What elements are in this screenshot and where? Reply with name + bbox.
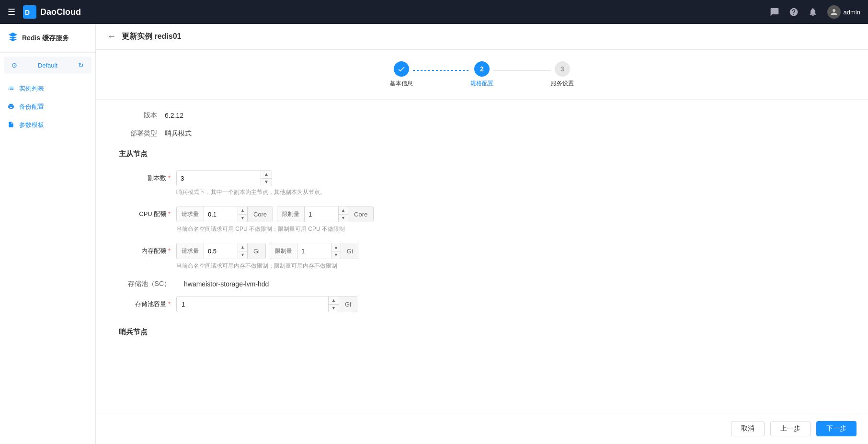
memory-request-increment[interactable]: ▲	[238, 243, 247, 251]
memory-label: 内存配额	[119, 243, 176, 255]
cpu-request-decrement[interactable]: ▼	[238, 215, 247, 222]
cpu-field: 请求量 ▲ ▼ Core 限制量	[176, 206, 845, 233]
storage-decrement[interactable]: ▼	[329, 305, 339, 312]
memory-limit-input[interactable]	[297, 243, 331, 259]
cpu-row: CPU 配额 请求量 ▲ ▼ Core	[119, 206, 845, 233]
cpu-limit-unit: Core	[348, 206, 373, 222]
cpu-request-unit: Core	[247, 206, 273, 222]
replicas-field: ▲ ▼ 哨兵模式下，其中一个副本为主节点，其他副本为从节点。	[176, 170, 845, 196]
step1-label: 基本信息	[390, 80, 413, 88]
replicas-label: 副本数	[119, 170, 176, 182]
prev-button[interactable]: 上一步	[770, 421, 811, 436]
chat-icon[interactable]	[770, 7, 779, 17]
step-service-settings: 3 服务设置	[551, 61, 574, 88]
cpu-label: CPU 配额	[119, 206, 176, 218]
step-basic-info: 基本信息	[390, 61, 413, 88]
sidebar-header: Redis 缓存服务	[0, 24, 95, 53]
sentinel-section-title: 哨兵节点	[119, 328, 845, 341]
redis-icon	[8, 32, 18, 45]
storage-capacity-label: 存储池容量	[119, 296, 176, 308]
memory-request-decrement[interactable]: ▼	[238, 251, 247, 259]
storage-increment[interactable]: ▲	[329, 296, 339, 305]
memory-request-spinner: ▲ ▼	[238, 243, 247, 259]
refresh-icon[interactable]: ↻	[78, 61, 84, 69]
form-content: 版本 6.2.12 部署类型 哨兵模式 主从节点 副本数 ▲ ▼	[96, 100, 868, 438]
logo: D DaoCloud	[23, 5, 81, 19]
back-button[interactable]: ←	[107, 32, 116, 42]
step-connector-2	[493, 70, 551, 71]
main-content: ← 更新实例 redis01 基本信息 2	[96, 24, 868, 444]
memory-request-unit: Gi	[247, 243, 265, 259]
backup-icon	[8, 103, 14, 111]
param-template-label: 参数模板	[19, 121, 44, 129]
memory-inputs-row: 请求量 ▲ ▼ Gi 限制量	[176, 243, 845, 259]
cpu-request-increment[interactable]: ▲	[238, 206, 247, 215]
step2-label: 规格配置	[470, 80, 493, 88]
step1-circle	[394, 61, 409, 77]
storage-capacity-wrap: ▲ ▼ Gi	[176, 296, 845, 312]
storage-sc-label: 存储池（SC）	[119, 280, 176, 288]
cancel-button[interactable]: 取消	[731, 421, 765, 436]
daocloud-logo-icon: D	[23, 5, 36, 19]
namespace-selector[interactable]: ⊙ Default ↻	[4, 57, 91, 74]
storage-capacity-row: 存储池容量 ▲ ▼ Gi	[119, 296, 845, 312]
namespace-name: Default	[38, 62, 57, 69]
page-title: 更新实例 redis01	[122, 32, 181, 42]
step3-circle: 3	[555, 61, 570, 77]
memory-request-input[interactable]	[204, 243, 238, 259]
next-button[interactable]: 下一步	[816, 421, 857, 436]
step2-circle: 2	[474, 61, 490, 77]
memory-limit-increment[interactable]: ▲	[331, 243, 341, 251]
storage-sc-row: 存储池（SC） hwameistor-storage-lvm-hdd	[119, 280, 845, 288]
layout: Redis 缓存服务 ⊙ Default ↻ 实例列表	[0, 24, 868, 444]
sidebar: Redis 缓存服务 ⊙ Default ↻ 实例列表	[0, 24, 96, 444]
replicas-decrement[interactable]: ▼	[261, 179, 272, 186]
cpu-limit-input[interactable]	[305, 206, 338, 222]
sidebar-item-param-template[interactable]: 参数模板	[0, 116, 95, 134]
replicas-input-wrap: ▲ ▼	[176, 170, 272, 186]
help-icon[interactable]	[789, 7, 799, 17]
namespace-icon: ⊙	[11, 61, 17, 69]
master-slave-section-title: 主从节点	[119, 149, 845, 162]
version-label: 版本	[119, 111, 157, 120]
user-menu[interactable]: admin	[827, 5, 860, 19]
version-row: 版本 6.2.12	[119, 111, 845, 120]
memory-hint: 当前命名空间请求可用内存不做限制；限制量可用内存不做限制	[176, 262, 845, 270]
cpu-inputs-row: 请求量 ▲ ▼ Core 限制量	[176, 206, 845, 222]
memory-limit-group: 限制量 ▲ ▼ Gi	[270, 243, 359, 259]
deploy-type-value: 哨兵模式	[165, 129, 192, 138]
backup-config-label: 备份配置	[19, 102, 44, 111]
top-nav: ☰ D DaoCloud admin	[0, 0, 868, 24]
memory-limit-decrement[interactable]: ▼	[331, 251, 341, 259]
storage-spinner: ▲ ▼	[328, 296, 339, 312]
storage-sc-value: hwameistor-storage-lvm-hdd	[184, 280, 269, 288]
cpu-request-input[interactable]	[204, 206, 238, 222]
storage-capacity-input[interactable]	[177, 296, 328, 312]
step-spec-config: 2 规格配置	[470, 61, 493, 88]
memory-limit-label: 限制量	[270, 243, 297, 259]
cpu-limit-decrement[interactable]: ▼	[339, 215, 348, 222]
menu-icon[interactable]: ☰	[8, 7, 15, 17]
memory-request-group: 请求量 ▲ ▼ Gi	[176, 243, 266, 259]
replicas-hint: 哨兵模式下，其中一个副本为主节点，其他副本为从节点。	[176, 188, 845, 196]
admin-label: admin	[844, 9, 860, 16]
storage-unit: Gi	[339, 296, 357, 312]
brand-name: DaoCloud	[40, 7, 81, 17]
replicas-increment[interactable]: ▲	[261, 171, 272, 179]
replicas-input[interactable]	[177, 171, 261, 186]
memory-limit-spinner: ▲ ▼	[331, 243, 341, 259]
user-avatar	[827, 5, 841, 19]
sidebar-item-instance-list[interactable]: 实例列表	[0, 80, 95, 98]
page-header: ← 更新实例 redis01	[96, 24, 868, 50]
notification-icon[interactable]	[808, 7, 818, 17]
sidebar-item-backup-config[interactable]: 备份配置	[0, 98, 95, 116]
param-icon	[8, 121, 14, 129]
storage-capacity-field: ▲ ▼ Gi	[176, 296, 845, 312]
cpu-limit-increment[interactable]: ▲	[339, 206, 348, 215]
service-title: Redis 缓存服务	[22, 34, 69, 43]
storage-input-group: ▲ ▼	[176, 296, 339, 312]
instance-list-label: 实例列表	[19, 84, 44, 93]
cpu-limit-label: 限制量	[277, 206, 305, 222]
replicas-row: 副本数 ▲ ▼ 哨兵模式下，其中一个副本为主节点，其他副本为从节点。	[119, 170, 845, 196]
replicas-spinner: ▲ ▼	[261, 171, 272, 186]
